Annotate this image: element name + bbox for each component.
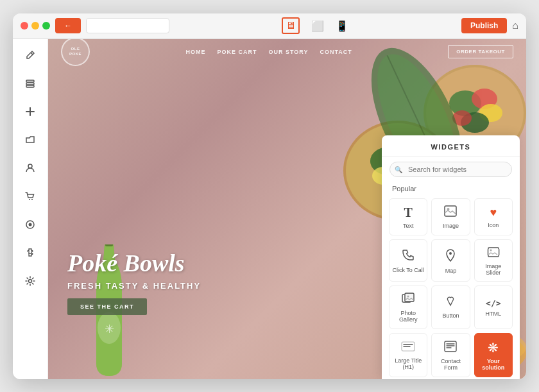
puzzle-icon[interactable] bbox=[21, 243, 40, 262]
svg-rect-2 bbox=[26, 85, 34, 87]
see-cart-button[interactable]: SEE THE CART bbox=[67, 298, 147, 315]
widget-html-icon: </> bbox=[486, 298, 501, 308]
preview-logo: OLEPOKE bbox=[61, 39, 90, 67]
layers-icon[interactable] bbox=[21, 74, 40, 93]
svg-rect-44 bbox=[498, 249, 500, 255]
widget-image-slider[interactable]: Image Slider bbox=[474, 239, 513, 282]
hero-title: Poké Bowls bbox=[67, 250, 201, 277]
widget-map[interactable]: Map bbox=[431, 239, 470, 282]
widgets-search-input[interactable] bbox=[389, 162, 512, 177]
widget-photo-gallery[interactable]: Photo Gallery bbox=[389, 285, 427, 329]
widgets-search-wrap bbox=[389, 162, 512, 177]
widget-click-to-call-label: Click To Call bbox=[392, 267, 424, 273]
svg-point-3 bbox=[28, 164, 32, 168]
widget-phone-icon bbox=[402, 250, 414, 264]
widget-button-icon bbox=[444, 296, 457, 310]
nav-link-home[interactable]: HOME bbox=[185, 49, 205, 55]
widget-text[interactable]: T Text bbox=[389, 198, 427, 236]
widget-button-label: Button bbox=[442, 312, 459, 319]
main-area: OLEPOKE HOME POKE CART OUR STORY CONTACT… bbox=[13, 39, 526, 379]
svg-point-49 bbox=[407, 296, 409, 298]
nav-link-cart[interactable]: POKE CART bbox=[217, 49, 257, 55]
cart-icon[interactable] bbox=[21, 187, 40, 206]
device-mode-switcher: 🖥 ⬜ 📱 bbox=[175, 17, 456, 34]
svg-point-40 bbox=[447, 208, 450, 210]
svg-point-41 bbox=[449, 252, 452, 255]
widget-contact-form-label: Contact Form bbox=[434, 358, 466, 371]
widgets-panel: WIDGETS Popular T Text bbox=[382, 135, 520, 379]
widget-html-label: HTML bbox=[486, 311, 502, 317]
widget-button[interactable]: Button bbox=[431, 285, 470, 329]
widget-photo-gallery-label: Photo Gallery bbox=[392, 310, 424, 323]
widget-icon-heart: ♥ bbox=[490, 206, 497, 219]
traffic-light-red[interactable] bbox=[21, 22, 28, 30]
hero-text-area: Poké Bowls FRESH TASTY & HEALTHY SEE THE… bbox=[67, 250, 201, 315]
svg-rect-42 bbox=[488, 248, 499, 257]
widget-your-solution-label: Your solution bbox=[477, 358, 509, 371]
chat-icon[interactable] bbox=[21, 215, 40, 234]
user-icon[interactable] bbox=[21, 158, 40, 178]
desktop-mode-icon[interactable]: 🖥 bbox=[282, 17, 300, 34]
pencil-icon[interactable] bbox=[21, 46, 40, 65]
gear-icon[interactable] bbox=[21, 271, 40, 291]
nav-link-contact[interactable]: CONTACT bbox=[320, 49, 352, 55]
widget-click-to-call[interactable]: Click To Call bbox=[389, 239, 427, 282]
widget-contact-form[interactable]: Contact Form bbox=[431, 333, 470, 377]
svg-rect-47 bbox=[405, 293, 414, 302]
order-takeout-button[interactable]: ORDER TAKEOUT bbox=[448, 45, 513, 58]
widgets-search-area bbox=[382, 157, 520, 182]
widget-image-slider-label: Image Slider bbox=[477, 263, 509, 276]
widget-html[interactable]: </> HTML bbox=[474, 285, 513, 329]
widget-photo-gallery-icon bbox=[402, 293, 415, 307]
widget-text-label: Text bbox=[403, 223, 414, 229]
widget-map-icon bbox=[445, 249, 456, 265]
svg-point-45 bbox=[490, 249, 492, 251]
widget-your-solution[interactable]: ❋ Your solution bbox=[474, 333, 513, 377]
svg-text:✳: ✳ bbox=[105, 323, 114, 336]
left-toolbar bbox=[13, 39, 48, 379]
widget-text-icon: T bbox=[404, 205, 412, 220]
widgets-panel-title: WIDGETS bbox=[382, 135, 520, 157]
svg-point-4 bbox=[29, 199, 30, 200]
widgets-popular-label: Popular bbox=[382, 182, 520, 196]
browser-window: ← 🖥 ⬜ 📱 Publish ⌂ bbox=[13, 13, 526, 379]
widget-large-title[interactable]: Large Title (H1) bbox=[389, 333, 427, 377]
nav-link-story[interactable]: OUR STORY bbox=[268, 49, 308, 55]
mobile-mode-icon[interactable]: 📱 bbox=[336, 20, 348, 32]
home-icon[interactable]: ⌂ bbox=[512, 20, 518, 31]
widget-image-icon bbox=[444, 205, 457, 220]
svg-point-7 bbox=[29, 223, 32, 226]
svg-rect-1 bbox=[26, 83, 34, 85]
widget-large-title-label: Large Title (H1) bbox=[392, 357, 424, 370]
back-button[interactable]: ← bbox=[55, 18, 81, 33]
widget-image-slider-icon bbox=[486, 247, 501, 260]
widget-contact-form-icon bbox=[444, 341, 457, 355]
svg-rect-51 bbox=[445, 341, 456, 352]
widgets-grid: T Text Imag bbox=[382, 196, 520, 379]
widget-icon-label: Icon bbox=[488, 222, 499, 228]
preview-nav-links: HOME POKE CART OUR STORY CONTACT bbox=[185, 49, 352, 55]
preview-nav: OLEPOKE HOME POKE CART OUR STORY CONTACT… bbox=[48, 39, 526, 65]
widget-image[interactable]: Image bbox=[431, 198, 470, 236]
hero-subtitle: FRESH TASTY & HEALTHY bbox=[67, 281, 201, 291]
folder-icon[interactable] bbox=[21, 130, 40, 149]
tablet-mode-icon[interactable]: ⬜ bbox=[311, 20, 324, 32]
svg-rect-0 bbox=[26, 80, 34, 82]
svg-rect-28 bbox=[105, 244, 113, 246]
website-preview: OLEPOKE HOME POKE CART OUR STORY CONTACT… bbox=[48, 39, 526, 379]
widget-map-label: Map bbox=[445, 268, 457, 274]
url-bar[interactable] bbox=[86, 18, 169, 33]
traffic-light-yellow[interactable] bbox=[31, 22, 39, 30]
widget-icon-item[interactable]: ♥ Icon bbox=[474, 198, 513, 236]
widget-large-title-icon bbox=[401, 341, 415, 355]
preview-background: OLEPOKE HOME POKE CART OUR STORY CONTACT… bbox=[48, 39, 526, 379]
add-icon[interactable] bbox=[21, 102, 40, 121]
title-bar: ← 🖥 ⬜ 📱 Publish ⌂ bbox=[13, 13, 526, 39]
traffic-light-green[interactable] bbox=[42, 22, 50, 30]
widget-image-label: Image bbox=[443, 223, 459, 229]
traffic-lights bbox=[21, 22, 50, 30]
publish-button[interactable]: Publish bbox=[461, 18, 507, 33]
widget-your-solution-icon: ❋ bbox=[488, 340, 499, 355]
svg-point-8 bbox=[29, 279, 32, 282]
svg-point-5 bbox=[31, 199, 33, 200]
